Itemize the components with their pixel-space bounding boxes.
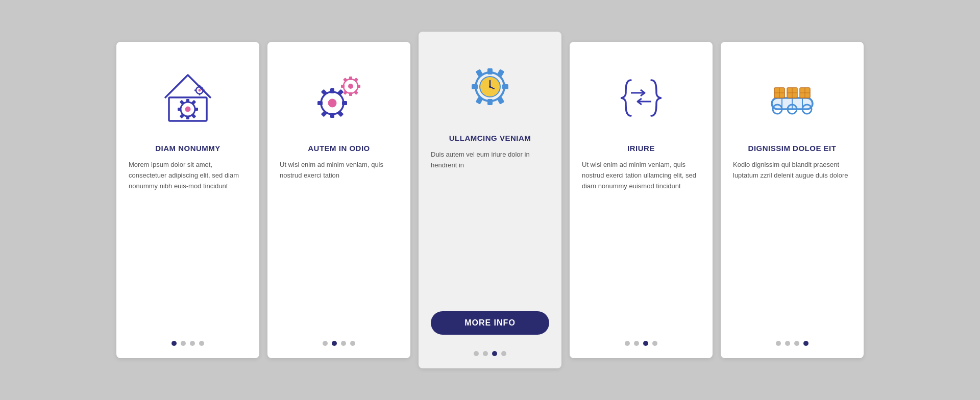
dot [190,341,195,346]
svg-rect-29 [349,77,352,80]
dot [181,341,186,346]
card-2-dots [323,341,355,346]
card-3-body: Duis autem vel eum iriure dolor in hendr… [431,149,549,303]
dot [492,351,497,356]
card-1-body: Morem ipsum dolor sit amet, consectetuer… [129,160,247,329]
card-autem-in-odio: AUTEM IN ODIO Ut wisi enim ad minim veni… [267,42,410,358]
dot [323,341,328,346]
svg-rect-35 [354,90,358,95]
card-diam-nonummy: DIAM NONUMMY Morem ipsum dolor sit amet,… [116,42,259,358]
svg-rect-33 [354,78,358,82]
more-info-button[interactable]: MORE INFO [431,311,549,335]
svg-rect-25 [337,111,344,117]
svg-rect-6 [178,108,181,111]
gear-clock-icon [459,57,521,118]
svg-point-28 [348,84,353,89]
svg-rect-36 [343,90,348,95]
svg-rect-23 [337,89,344,96]
dot [794,341,799,346]
card-3-dots [474,351,506,356]
card-2-body: Ut wisi enim ad minim veniam, quis nostr… [280,160,398,329]
svg-point-2 [185,107,190,112]
card-4-dots [625,341,657,346]
home-gear-icon [157,67,218,129]
svg-rect-16 [194,90,197,91]
svg-point-18 [328,99,336,107]
svg-rect-30 [349,92,352,96]
svg-rect-39 [487,99,493,105]
dot [483,351,488,356]
svg-rect-38 [487,68,493,74]
svg-rect-32 [341,85,345,88]
card-4-body: Ut wisi enim ad minim veniam, quis nostr… [582,160,700,329]
dot [332,341,337,346]
brackets-arrows-icon [610,67,672,129]
svg-point-12 [199,89,201,92]
svg-rect-15 [203,90,205,91]
dot [634,341,639,346]
dot [643,341,648,346]
card-2-title: AUTEM IN ODIO [308,144,370,153]
dot [199,341,204,346]
dot [776,341,781,346]
card-1-dots [172,341,204,346]
dot [474,351,479,356]
svg-point-50 [489,86,491,88]
svg-rect-21 [342,101,347,105]
dot [625,341,630,346]
svg-rect-13 [199,85,201,87]
card-5-dots [776,341,808,346]
svg-rect-26 [321,111,328,117]
card-dignissim-doloe-eit: DIGNISSIM DOLOE EIT Kodio dignissim qui … [721,42,864,358]
card-3-title: ULLAMCING VENIAM [449,134,531,142]
card-iriure: IRIURE Ut wisi enim ad minim veniam, qui… [570,42,713,358]
svg-rect-24 [321,89,328,96]
svg-rect-4 [186,116,189,119]
dot [172,341,177,346]
svg-rect-20 [330,113,334,118]
card-4-title: IRIURE [627,144,655,153]
two-gears-icon [308,67,370,129]
card-5-title: DIGNISSIM DOLOE EIT [748,144,837,153]
dot [501,351,506,356]
svg-rect-22 [317,101,323,105]
card-5-body: Kodio dignissim qui blandit praesent lup… [733,160,851,329]
svg-rect-5 [194,108,198,111]
card-ullamcing-veniam: ULLAMCING VENIAM Duis autem vel eum iriu… [419,32,561,368]
dot [652,341,657,346]
dot [785,341,790,346]
dot [341,341,346,346]
svg-rect-41 [472,84,478,89]
dot [350,341,355,346]
svg-rect-34 [343,78,348,82]
cards-container: DIAM NONUMMY Morem ipsum dolor sit amet,… [82,32,898,368]
svg-rect-31 [357,85,360,88]
svg-rect-14 [199,93,201,95]
svg-rect-19 [330,88,334,93]
svg-rect-40 [502,84,508,89]
card-1-title: DIAM NONUMMY [155,144,220,153]
conveyor-belt-icon [762,67,823,129]
svg-rect-3 [186,99,189,103]
dot [803,341,808,346]
